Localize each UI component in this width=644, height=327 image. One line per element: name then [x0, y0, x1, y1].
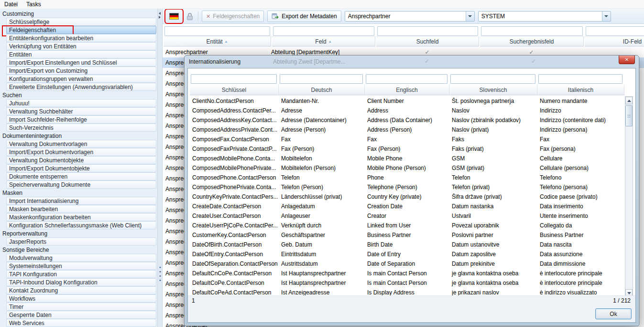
column-filter-input[interactable]: [586, 26, 644, 36]
searchfield-cell: ✓: [375, 49, 479, 56]
sidebar-item[interactable]: Gesperrte Daten: [6, 311, 156, 319]
sidebar-item[interactable]: Entitäten: [6, 50, 156, 58]
sidebar-item[interactable]: Import/Export Dokumentvorlagen: [6, 148, 156, 156]
sidebar-item[interactable]: Entitätenkonfiguration bearbeiten: [6, 34, 156, 42]
column-filter-input[interactable]: [191, 74, 277, 84]
table-row[interactable]: ComposedMobilePhone.Conta...Mobiltelefon…: [188, 154, 624, 163]
dialog-titlebar[interactable]: Internationalisierung Abteilung Zweit [D…: [185, 56, 639, 68]
sidebar-item[interactable]: Maskenkonfiguration bearbeiten: [6, 213, 156, 221]
user-combobox[interactable]: SYSTEM: [478, 11, 611, 22]
column-header[interactable]: Feld▲: [272, 36, 375, 46]
splitter[interactable]: [158, 9, 163, 327]
entity-combobox[interactable]: Ansprechpartner: [345, 11, 475, 22]
table-row[interactable]: ComposedFax.ContactPersonFaxFaxFaksFax: [188, 135, 624, 144]
column-filter-input[interactable]: [377, 26, 478, 36]
table-row[interactable]: ComposedMobilePhonePrivate...Mobiltelefo…: [188, 163, 624, 173]
sidebar-item[interactable]: Juhuuu!: [6, 99, 156, 107]
lock-button[interactable]: [185, 13, 195, 20]
table-row[interactable]: DateOfSeparation.ContactPersonAustrittsd…: [188, 259, 624, 269]
column-header[interactable]: Entität▲: [164, 36, 271, 46]
column-filter-input[interactable]: [366, 74, 448, 84]
sidebar-item[interactable]: Timer: [6, 303, 156, 311]
column-filter-input[interactable]: [481, 26, 583, 36]
sidebar-item[interactable]: Systemeinstellungen: [6, 262, 156, 270]
column-header[interactable]: Schlüssel: [190, 85, 279, 95]
sidebar-item[interactable]: Erweiterte Einstellungen (Anwendungsvari…: [6, 83, 156, 91]
sidebar-item[interactable]: Konfiguration Schnellerfassungsmaske (We…: [6, 221, 156, 229]
sidebar-item[interactable]: Kontakt Zuordnung: [6, 286, 156, 294]
table-cell: Data inserimento: [537, 203, 624, 210]
column-header[interactable]: ID-Feld: [585, 36, 644, 46]
chevron-left-icon: [159, 12, 161, 15]
column-filter-input[interactable]: [450, 74, 535, 84]
red-x-icon: ✕: [206, 13, 210, 20]
sidebar-item[interactable]: TAPI-Inbound Dialog Konfiguration: [6, 278, 156, 286]
export-metadaten-button[interactable]: Export der Metadaten: [267, 11, 341, 22]
sidebar-item[interactable]: Dokumente entsperren: [6, 172, 156, 180]
sidebar-item[interactable]: Verwaltung Dokumentvorlagen: [6, 140, 156, 148]
sidebar-item[interactable]: Import/Export Einstellungen und Schlüsse…: [6, 58, 156, 67]
table-cell: Data nascita: [537, 241, 624, 248]
sidebar-item[interactable]: Import/Export von Customizing: [6, 67, 156, 75]
sidebar-item[interactable]: Speicherverwaltung Dokumente: [6, 180, 156, 189]
splitter-collapse-icon[interactable]: [159, 12, 161, 19]
table-row[interactable]: CreateUserrPjCoPe.ContactPer...Verknüpft…: [188, 221, 624, 230]
column-filter-input[interactable]: [280, 74, 363, 84]
scrollbar-thumb[interactable]: [625, 105, 633, 126]
column-filter-input[interactable]: [538, 74, 622, 84]
dropdown-button[interactable]: [602, 11, 611, 21]
table-row[interactable]: CreateDate.ContactPersonAnlagedatumCreat…: [188, 202, 624, 211]
sidebar-item[interactable]: Verwaltung Suchbehälter: [6, 107, 156, 115]
table-row[interactable]: ComposedPhonePrivate.Conta...Telefon (Pe…: [188, 182, 624, 192]
sidebar-item[interactable]: Import/Export Dokumentobjekte: [6, 164, 156, 172]
sidebar-item[interactable]: Konfigurationsgruppen verwalten: [6, 75, 156, 83]
splitter-handle[interactable]: [159, 267, 161, 281]
menu-datei[interactable]: Datei: [0, 0, 22, 9]
column-header[interactable]: Englisch: [365, 85, 449, 95]
table-row[interactable]: DateOfBirth.ContactPersonGeb. DatumBirth…: [188, 240, 624, 249]
column-header[interactable]: Slovenisch: [449, 85, 537, 95]
sidebar-group-header: Suchen: [0, 91, 157, 99]
sidebar-item[interactable]: Verwaltung Dokumentobjekte: [6, 156, 156, 164]
table-row[interactable]: ClientNo.ContactPersonMandanten-Nr.Clien…: [188, 96, 624, 106]
scroll-up-button[interactable]: [625, 97, 633, 104]
table-row[interactable]: CreateUser.ContactPersonAnlageuserCreato…: [188, 211, 624, 221]
dialog-scrollbar[interactable]: [625, 96, 633, 297]
close-button[interactable]: ✕: [619, 56, 635, 64]
sidebar-item[interactable]: Schlüsselpflege: [6, 18, 156, 26]
table-row[interactable]: ComposedAddressPrivate.Cont...Adresse (P…: [188, 125, 624, 135]
sidebar-item[interactable]: Import Internationalisierung: [6, 197, 156, 205]
table-row[interactable]: DefaultCoPe.ContactPersonIst Hauptanspre…: [188, 278, 624, 288]
sidebar-item[interactable]: TAPI Konfiguration: [6, 270, 156, 278]
menu-tasks[interactable]: Tasks: [22, 0, 45, 9]
column-filter-input[interactable]: [164, 26, 270, 36]
table-row[interactable]: ComposedFaxPrivate.ContactP...Fax (Perso…: [188, 144, 624, 154]
sidebar-item[interactable]: Masken bearbeiten: [6, 205, 156, 213]
column-header[interactable]: Deutsch: [279, 85, 365, 95]
table-cell: CreateDate.ContactPerson: [190, 203, 279, 210]
table-row[interactable]: ComposedAddress.ContactPer...AdresseAddr…: [188, 106, 624, 115]
sidebar-item[interactable]: Modulverwaltung: [6, 254, 156, 262]
sidebar-item[interactable]: Workflows: [6, 294, 156, 303]
sidebar-item[interactable]: Feldeigenschaften: [6, 26, 156, 34]
table-row[interactable]: ComposedPhone.ContactPersonTelefonPhoneT…: [188, 173, 624, 182]
sidebar-item[interactable]: Such-Verzeichnis: [6, 124, 156, 132]
column-header[interactable]: Suchfeld: [376, 36, 479, 46]
sidebar-item[interactable]: Verknüpfung von Entitäten: [6, 42, 156, 50]
table-row[interactable]: DefaultCnCoPe.ContactPersonIst Hauptansp…: [188, 269, 624, 278]
table-row[interactable]: ComposedAddressKey.Contact...Adresse (Da…: [188, 115, 624, 125]
table-row[interactable]: CountryKeyPrivate.ContactPers...Ländersc…: [188, 192, 624, 202]
dropdown-button[interactable]: [466, 11, 474, 21]
column-header[interactable]: Suchergebnisfeld: [480, 36, 584, 46]
sidebar-item[interactable]: Web Services: [6, 319, 156, 327]
feldeigenschaften-button[interactable]: ✕ Feldeigenschaften: [202, 11, 264, 22]
table-row[interactable]: DateOfEntry.ContactPersonEintrittsdatumD…: [188, 249, 624, 259]
sort-asc-icon: ▲: [328, 40, 332, 43]
column-header[interactable]: Italienisch: [537, 85, 624, 95]
language-flag-button[interactable]: [166, 11, 182, 22]
ok-button[interactable]: Ok: [595, 308, 632, 319]
table-row[interactable]: CustomerKey.ContactPersonGeschäftspartne…: [188, 230, 624, 240]
sidebar-item[interactable]: JasperReports: [6, 237, 156, 246]
sidebar-item[interactable]: Import Suchfelder-Reihenfolge: [6, 115, 156, 124]
column-filter-input[interactable]: [273, 26, 374, 36]
